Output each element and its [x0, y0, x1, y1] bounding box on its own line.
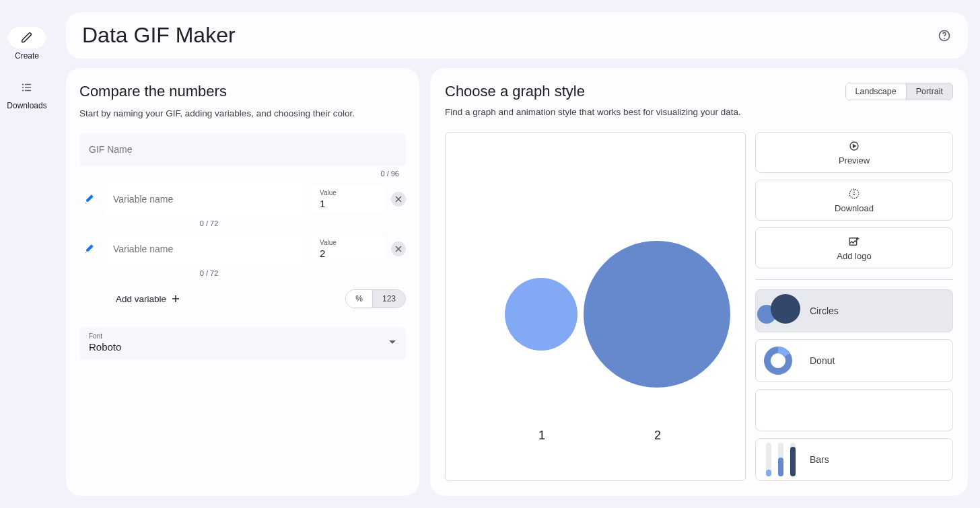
- add-image-icon: [848, 235, 860, 248]
- add-logo-label: Add logo: [837, 251, 871, 261]
- list-icon: [8, 77, 46, 98]
- svg-point-0: [22, 83, 24, 85]
- svg-rect-5: [25, 90, 31, 92]
- remove-variable-2[interactable]: [391, 242, 406, 256]
- close-icon: [395, 246, 402, 252]
- sidebar: Create Downloads: [0, 0, 54, 508]
- orientation-toggle: Landscape Portrait: [845, 83, 953, 100]
- unit-number[interactable]: 123: [372, 290, 405, 307]
- add-logo-button[interactable]: Add logo: [755, 227, 953, 268]
- help-icon[interactable]: [937, 28, 952, 43]
- gif-name-counter: 0 / 96: [79, 170, 406, 178]
- circles-thumb-icon: [756, 289, 800, 332]
- main: Data GIF Maker Compare the numbers Start…: [54, 0, 980, 508]
- preview-label: Preview: [839, 155, 870, 166]
- preview-circle-1: [505, 278, 578, 351]
- font-select[interactable]: Font Roboto: [79, 327, 406, 359]
- value-label-2: Value: [320, 239, 378, 246]
- style-circles-label: Circles: [800, 305, 839, 316]
- style-circles[interactable]: Circles: [755, 289, 953, 332]
- sidebar-item-downloads[interactable]: Downloads: [7, 77, 46, 110]
- sidebar-create-label: Create: [15, 51, 39, 61]
- page-title: Data GIF Maker: [82, 23, 236, 48]
- variable-name-input-2[interactable]: [104, 233, 306, 265]
- plus-icon: [172, 295, 180, 303]
- font-label: Font: [89, 332, 121, 340]
- add-row: Add variable % 123: [79, 289, 406, 308]
- sidebar-downloads-label: Downloads: [7, 101, 46, 110]
- graph-panel: Choose a graph style Find a graph and an…: [430, 68, 968, 496]
- preview-button[interactable]: Preview: [755, 132, 953, 173]
- style-rectangles-label: Rectangles: [952, 404, 953, 415]
- orientation-portrait[interactable]: Portrait: [906, 83, 952, 100]
- chevron-down-icon: [388, 340, 396, 345]
- variable-row-2: Value 0 / 72: [79, 233, 406, 277]
- preview-circle-2: [584, 241, 730, 388]
- graph-title: Choose a graph style: [445, 83, 741, 100]
- value-label-1: Value: [320, 189, 378, 196]
- download-icon: [848, 187, 860, 201]
- style-donut-label: Donut: [800, 355, 835, 366]
- unit-percent[interactable]: %: [346, 290, 372, 307]
- add-variable-label: Add variable: [116, 294, 166, 304]
- donut-thumb-icon: [756, 339, 800, 382]
- pencil-icon: [8, 27, 46, 48]
- add-variable-button[interactable]: Add variable: [116, 294, 180, 304]
- svg-point-2: [22, 87, 24, 88]
- variable-value-input-2[interactable]: [320, 246, 378, 260]
- variable-row-1: Value 0 / 72: [79, 183, 406, 227]
- style-rectangles[interactable]: Rectangles: [755, 389, 953, 432]
- sidebar-item-create[interactable]: Create: [8, 27, 46, 61]
- style-panel: Preview Download Add logo: [755, 132, 953, 481]
- compare-panel: Compare the numbers Start by naming your…: [66, 68, 419, 496]
- variable-value-input-1[interactable]: [320, 196, 378, 211]
- svg-point-7: [944, 38, 945, 39]
- gif-name-input[interactable]: [79, 133, 406, 166]
- svg-rect-1: [25, 84, 31, 85]
- preview-value-1: 1: [538, 429, 545, 443]
- header: Data GIF Maker: [66, 12, 968, 59]
- variable-counter-2: 0 / 72: [106, 269, 312, 277]
- close-icon: [395, 196, 402, 203]
- graph-subtitle: Find a graph and animation style that wo…: [445, 107, 741, 117]
- variable-value-wrap-2: Value: [312, 235, 386, 263]
- color-picker-2[interactable]: [79, 240, 98, 258]
- font-value: Roboto: [89, 341, 121, 353]
- rectangles-thumb-icon: [756, 390, 952, 431]
- orientation-landscape[interactable]: Landscape: [846, 83, 906, 100]
- style-donut[interactable]: Donut: [755, 339, 953, 382]
- variable-value-wrap-1: Value: [312, 185, 386, 213]
- compare-title: Compare the numbers: [79, 83, 406, 100]
- preview-canvas: 1 2: [445, 132, 746, 481]
- variable-counter-1: 0 / 72: [106, 219, 312, 227]
- divider: [755, 279, 953, 280]
- remove-variable-1[interactable]: [391, 192, 406, 207]
- download-button[interactable]: Download: [755, 180, 953, 221]
- compare-subtitle: Start by naming your GIF, adding variabl…: [79, 108, 406, 118]
- svg-rect-3: [25, 87, 31, 88]
- style-bars-label: Bars: [800, 454, 829, 465]
- color-picker-1[interactable]: [79, 190, 98, 209]
- download-label: Download: [835, 203, 874, 213]
- variable-name-input-1[interactable]: [104, 183, 306, 215]
- play-icon: [848, 139, 860, 153]
- bars-thumb-icon: [756, 438, 800, 481]
- body-columns: Compare the numbers Start by naming your…: [66, 68, 968, 496]
- unit-toggle: % 123: [345, 289, 406, 308]
- svg-point-4: [22, 89, 24, 91]
- preview-value-2: 2: [654, 429, 661, 443]
- style-bars[interactable]: Bars: [755, 438, 953, 481]
